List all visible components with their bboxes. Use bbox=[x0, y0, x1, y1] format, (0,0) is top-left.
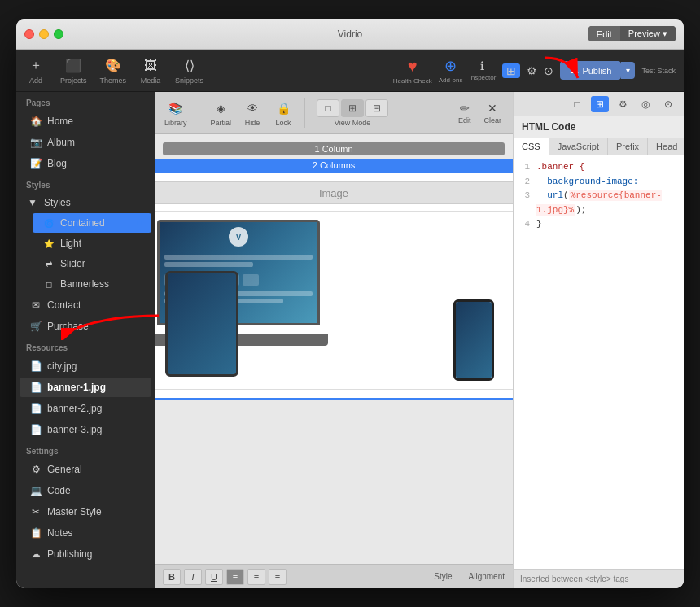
addons-icon: ⊕ bbox=[444, 57, 457, 75]
sidebar-item-blog[interactable]: 📝 Blog bbox=[20, 154, 151, 173]
code-line-4: 4 } bbox=[518, 217, 679, 232]
rp-tool-4[interactable]: ◎ bbox=[637, 96, 654, 112]
sidebar-item-publishing[interactable]: ☁ Publishing bbox=[20, 544, 151, 564]
library-button[interactable]: 📚 Library bbox=[161, 98, 190, 129]
view-mode-1[interactable]: □ bbox=[317, 99, 339, 117]
themes-button[interactable]: 🎨 Themes bbox=[100, 57, 127, 85]
styles-header[interactable]: ▼ Styles bbox=[16, 193, 155, 212]
rp-tool-2[interactable]: ⊞ bbox=[591, 96, 609, 112]
media-button[interactable]: 🖼 Media bbox=[139, 57, 162, 85]
edit-content-button[interactable]: ✏ Edit bbox=[453, 100, 476, 126]
banner-2-jpg-label: banner-2.jpg bbox=[47, 403, 142, 414]
view-mode-3[interactable]: ⊟ bbox=[365, 99, 388, 117]
library-icon: 📚 bbox=[166, 99, 186, 117]
cloud-icon: ☁ bbox=[570, 65, 579, 76]
sidebar-item-notes[interactable]: 📋 Notes bbox=[20, 523, 151, 543]
sidebar-item-banner-2-jpg[interactable]: 📄 banner-2.jpg bbox=[20, 399, 151, 418]
sidebar-item-slider[interactable]: ⇄ Slider bbox=[33, 254, 151, 273]
edit-tab[interactable]: Edit bbox=[588, 26, 620, 41]
addons-button[interactable]: ⊕ Add-ons bbox=[439, 57, 463, 84]
partial-button[interactable]: ◈ Partial bbox=[208, 98, 235, 129]
add-button[interactable]: ＋ Add bbox=[24, 57, 47, 85]
maximize-button[interactable] bbox=[54, 29, 63, 39]
edit-clear-group: ✏ Edit ✕ Clear bbox=[453, 100, 506, 126]
italic-button[interactable]: I bbox=[184, 569, 202, 585]
snippets-icon: ⟨⟩ bbox=[178, 57, 201, 75]
footer-labels: Style Alignment bbox=[434, 572, 505, 581]
test-stack-button[interactable]: Test Stack bbox=[641, 67, 676, 75]
canvas-wrapper: 2 Columns Image V bbox=[155, 159, 513, 400]
screen-icon-5 bbox=[243, 274, 259, 286]
tab-prefix[interactable]: Prefix bbox=[608, 138, 648, 155]
contact-label: Contact bbox=[47, 299, 142, 311]
phone-mockup bbox=[453, 299, 494, 381]
themes-icon: 🎨 bbox=[102, 57, 125, 75]
sidebar-item-album[interactable]: 📷 Album bbox=[20, 133, 151, 152]
inspector-button[interactable]: ℹ Inspector bbox=[470, 59, 497, 81]
health-check-button[interactable]: ♥ Health Check bbox=[393, 57, 432, 85]
snippets-button[interactable]: ⟨⟩ Snippets bbox=[175, 57, 203, 85]
addons-label: Add-ons bbox=[439, 76, 463, 84]
publishing-label: Publishing bbox=[47, 548, 142, 560]
sidebar-item-banner-1-jpg[interactable]: 📄 banner-1.jpg bbox=[20, 378, 151, 397]
line-num-3: 3 bbox=[518, 189, 530, 217]
minimize-button[interactable] bbox=[39, 29, 49, 39]
slider-icon: ⇄ bbox=[42, 257, 55, 270]
sidebar-item-contained[interactable]: 🌀 Contained bbox=[33, 213, 151, 233]
tab-head[interactable]: Head bbox=[648, 138, 684, 155]
sidebar-item-home[interactable]: 🏠 Home bbox=[20, 111, 151, 131]
close-button[interactable] bbox=[24, 29, 34, 39]
lock-button[interactable]: 🔒 Lock bbox=[270, 98, 296, 129]
align-left-button[interactable]: ≡ bbox=[247, 569, 265, 585]
code-tabs: CSS JavaScript Prefix Head Body bbox=[514, 138, 684, 155]
inspector-grid-button[interactable]: ⊞ bbox=[502, 63, 520, 78]
publish-button[interactable]: ☁ Publish bbox=[560, 61, 621, 80]
preview-tab[interactable]: Preview ▾ bbox=[620, 26, 676, 41]
rp-tool-1[interactable]: □ bbox=[568, 96, 586, 112]
canvas-area: 1 Column 2 Columns Image bbox=[155, 134, 513, 564]
notes-icon: 📋 bbox=[29, 526, 42, 539]
general-label: General bbox=[47, 464, 142, 475]
view-mode-2[interactable]: ⊞ bbox=[341, 99, 364, 117]
view-mode-group: □ ⊞ ⊟ bbox=[317, 99, 388, 117]
style-active-button[interactable]: ≡ bbox=[226, 569, 244, 585]
sidebar-item-master-style[interactable]: ✂ Master Style bbox=[20, 502, 151, 522]
clear-button[interactable]: ✕ Clear bbox=[479, 100, 506, 126]
sidebar-item-general[interactable]: ⚙ General bbox=[20, 460, 151, 479]
bannerless-label: Bannerless bbox=[60, 278, 142, 290]
sidebar-item-city-jpg[interactable]: 📄 city.jpg bbox=[20, 356, 151, 376]
purchase-label: Purchase bbox=[47, 321, 142, 332]
banner-1-jpg-label: banner-1.jpg bbox=[47, 382, 142, 393]
tablet-mockup bbox=[165, 271, 238, 377]
tab-css[interactable]: CSS bbox=[514, 138, 549, 155]
projects-button[interactable]: ⬛ Projects bbox=[60, 57, 87, 85]
rp-tool-3[interactable]: ⚙ bbox=[614, 96, 632, 112]
settings-button[interactable]: ⚙ bbox=[527, 64, 537, 77]
sidebar-item-light[interactable]: ⭐ Light bbox=[33, 234, 151, 253]
more-button[interactable]: ⊙ bbox=[544, 64, 553, 77]
code-line-2: 2 background-image: bbox=[518, 175, 679, 190]
sidebar-item-banner-3-jpg[interactable]: 📄 banner-3.jpg bbox=[20, 420, 151, 439]
sidebar-item-purchase[interactable]: 🛒 Purchase bbox=[20, 317, 151, 336]
phone-screen bbox=[456, 302, 492, 378]
code-editor[interactable]: 1 .banner { 2 background-image: 3 url(%r… bbox=[514, 155, 684, 569]
pages-section-label: Pages bbox=[16, 92, 155, 111]
hide-button[interactable]: 👁 Hide bbox=[239, 98, 265, 129]
tab-javascript[interactable]: JavaScript bbox=[549, 138, 608, 155]
home-icon: 🏠 bbox=[29, 115, 42, 128]
sidebar-item-code[interactable]: 💻 Code bbox=[20, 481, 151, 500]
bold-button[interactable]: B bbox=[163, 569, 181, 585]
sidebar-item-contact[interactable]: ✉ Contact bbox=[20, 295, 151, 315]
edit-content-label: Edit bbox=[458, 116, 471, 124]
home-label: Home bbox=[47, 116, 142, 127]
styles-header-label: Styles bbox=[44, 197, 71, 208]
rp-tool-5[interactable]: ⊙ bbox=[659, 96, 677, 112]
sidebar-item-bannerless[interactable]: ◻ Bannerless bbox=[33, 274, 151, 294]
light-label: Light bbox=[60, 238, 142, 249]
view-mode-label: View Mode bbox=[335, 119, 370, 127]
align-right-button[interactable]: ≡ bbox=[269, 569, 287, 585]
underline-button[interactable]: U bbox=[205, 569, 223, 585]
column-2-label: 2 Columns bbox=[155, 159, 513, 172]
view-mode-button[interactable]: □ ⊞ ⊟ View Mode bbox=[313, 98, 392, 129]
publish-dropdown-button[interactable]: ▾ bbox=[621, 62, 635, 79]
